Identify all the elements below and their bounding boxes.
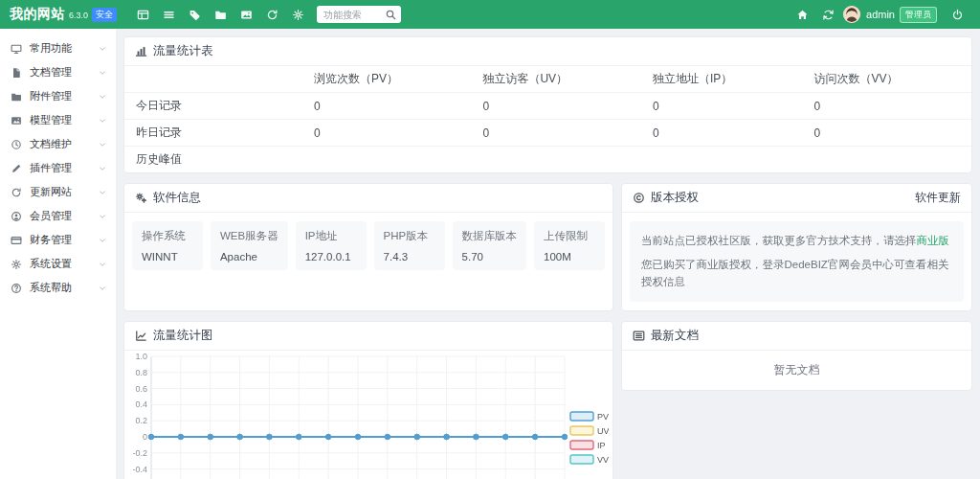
desktop-icon xyxy=(11,43,22,55)
gear-button[interactable] xyxy=(285,0,311,29)
copyright-icon xyxy=(633,192,645,204)
software-info-card: 操作系统WINNT xyxy=(132,221,203,270)
svg-text:0: 0 xyxy=(143,432,147,442)
svg-text:0.6: 0.6 xyxy=(135,383,147,393)
plugin-icon xyxy=(11,163,22,174)
sidebar-item-8[interactable]: 会员管理 xyxy=(0,204,116,228)
commercial-version-link[interactable]: 商业版 xyxy=(917,235,950,246)
sidebar-item-label: 常用功能 xyxy=(30,41,98,56)
software-info-card: PHP版本7.4.3 xyxy=(374,221,445,270)
row-value xyxy=(641,147,803,173)
license-panel: 版本授权 软件更新 当前站点已授权社区版，获取更多官方技术支持，请选择商业版 您… xyxy=(621,183,972,311)
software-info-value: 127.0.0.1 xyxy=(305,251,357,262)
top-navbar: 我的网站 6.3.0 安全 admin 管理员 xyxy=(0,0,980,29)
svg-text:UV: UV xyxy=(597,426,609,436)
image-button[interactable] xyxy=(234,0,259,29)
refresh-button[interactable] xyxy=(259,0,285,29)
license-header: 版本授权 软件更新 xyxy=(622,184,971,213)
software-info-panel: 软件信息 操作系统WINNTWEB服务器ApacheIP地址127.0.0.1P… xyxy=(123,183,613,311)
sidebar-item-label: 会员管理 xyxy=(30,209,98,223)
sidebar-item-6[interactable]: 插件管理 xyxy=(0,156,116,180)
chevron-down-icon xyxy=(98,284,107,293)
username[interactable]: admin xyxy=(866,9,895,20)
sidebar-item-1[interactable]: 常用功能 xyxy=(0,36,116,60)
folder-icon xyxy=(214,9,227,21)
software-info-value: WINNT xyxy=(142,251,193,262)
sidebar-item-label: 文档管理 xyxy=(30,65,98,80)
software-info-value: Apache xyxy=(220,251,278,262)
chevron-down-icon xyxy=(98,188,107,197)
sync-icon xyxy=(822,9,835,21)
main-content: 流量统计表 浏览次数（PV）独立访客（UV）独立地址（IP）访问次数（VV） 今… xyxy=(116,29,980,479)
traffic-chart: 1.00.80.60.40.20-0.2-0.4-0.6-0.8-1.011-2… xyxy=(124,351,612,479)
chevron-down-icon xyxy=(98,116,107,125)
gear-icon xyxy=(11,259,22,270)
folder-icon xyxy=(11,91,22,103)
sidebar-item-5[interactable]: 文档维护 xyxy=(0,132,116,156)
row-value: 0 xyxy=(803,93,971,120)
logout-button[interactable] xyxy=(945,0,970,29)
software-info-value: 7.4.3 xyxy=(384,251,435,262)
brand[interactable]: 我的网站 6.3.0 安全 xyxy=(10,6,117,23)
traffic-stats-panel: 流量统计表 浏览次数（PV）独立访客（UV）独立地址（IP）访问次数（VV） 今… xyxy=(123,36,972,173)
traffic-column-header: 浏览次数（PV） xyxy=(302,66,471,93)
chevron-down-icon xyxy=(98,260,107,269)
traffic-column-header: 独立地址（IP） xyxy=(641,66,803,93)
home-button[interactable] xyxy=(790,0,815,29)
row-value xyxy=(302,147,471,173)
chevron-down-icon xyxy=(98,68,107,78)
search-icon[interactable] xyxy=(385,9,397,21)
row-label: 历史峰值 xyxy=(124,147,302,173)
brand-version: 6.3.0 xyxy=(69,11,88,20)
sidebar-menu: 常用功能文档管理附件管理模型管理文档维护插件管理更新网站会员管理财务管理系统设置… xyxy=(0,36,116,300)
row-value: 0 xyxy=(302,120,471,147)
sidebar-item-3[interactable]: 附件管理 xyxy=(0,84,116,108)
sidebar-item-11[interactable]: 系统帮助 xyxy=(0,276,116,300)
latest-docs-empty: 暂无文档 xyxy=(622,351,971,390)
sidebar-item-10[interactable]: 系统设置 xyxy=(0,252,116,276)
sidebar: 常用功能文档管理附件管理模型管理文档维护插件管理更新网站会员管理财务管理系统设置… xyxy=(0,29,116,479)
traffic-column-header: 访问次数（VV） xyxy=(803,66,971,93)
row-value xyxy=(803,147,971,173)
software-info-label: PHP版本 xyxy=(384,229,435,243)
refresh-icon xyxy=(11,187,22,198)
sidebar-item-7[interactable]: 更新网站 xyxy=(0,180,116,204)
traffic-stats-header: 流量统计表 xyxy=(124,37,971,66)
software-info-label: 上传限制 xyxy=(544,229,595,243)
gear-icon xyxy=(292,9,304,21)
row-value: 0 xyxy=(471,93,641,120)
latest-docs-title: 最新文档 xyxy=(651,328,699,344)
image-icon xyxy=(240,9,253,21)
sidebar-item-9[interactable]: 财务管理 xyxy=(0,228,116,252)
avatar[interactable] xyxy=(843,6,860,23)
traffic-chart-title: 流量统计图 xyxy=(153,328,213,344)
sidebar-item-4[interactable]: 模型管理 xyxy=(0,108,116,132)
license-title: 版本授权 xyxy=(651,190,699,206)
sidebar-item-2[interactable]: 文档管理 xyxy=(0,60,116,84)
license-line-1: 当前站点已授权社区版，获取更多官方技术支持，请选择商业版 xyxy=(641,233,952,249)
role-badge: 管理员 xyxy=(900,7,937,23)
chevron-down-icon xyxy=(98,140,107,149)
sidebar-item-label: 财务管理 xyxy=(30,233,98,247)
software-info-cards: 操作系统WINNTWEB服务器ApacheIP地址127.0.0.1PHP版本7… xyxy=(124,213,612,279)
software-info-card: IP地址127.0.0.1 xyxy=(296,221,367,270)
latest-docs-panel: 最新文档 暂无文档 xyxy=(621,321,972,391)
chart-bar-icon xyxy=(135,45,147,57)
tag-button[interactable] xyxy=(182,0,208,29)
software-info-value: 5.70 xyxy=(462,251,518,262)
software-update-link[interactable]: 软件更新 xyxy=(915,190,961,206)
list-button[interactable] xyxy=(156,0,182,29)
columns-button[interactable] xyxy=(130,0,156,29)
user-icon xyxy=(11,211,22,222)
folder-button[interactable] xyxy=(208,0,234,29)
row-value: 0 xyxy=(471,120,641,147)
software-info-value: 100M xyxy=(544,251,595,262)
sidebar-item-label: 模型管理 xyxy=(30,113,98,127)
software-info-label: 操作系统 xyxy=(142,229,193,243)
refresh-button[interactable] xyxy=(815,0,841,29)
list-icon xyxy=(163,9,175,21)
traffic-stats-title: 流量统计表 xyxy=(153,43,213,59)
image-icon xyxy=(11,115,22,126)
software-info-card: WEB服务器Apache xyxy=(211,221,288,270)
traffic-chart-panel: 流量统计图 1.00.80.60.40.20-0.2-0.4-0.6-0.8-1… xyxy=(123,321,613,479)
